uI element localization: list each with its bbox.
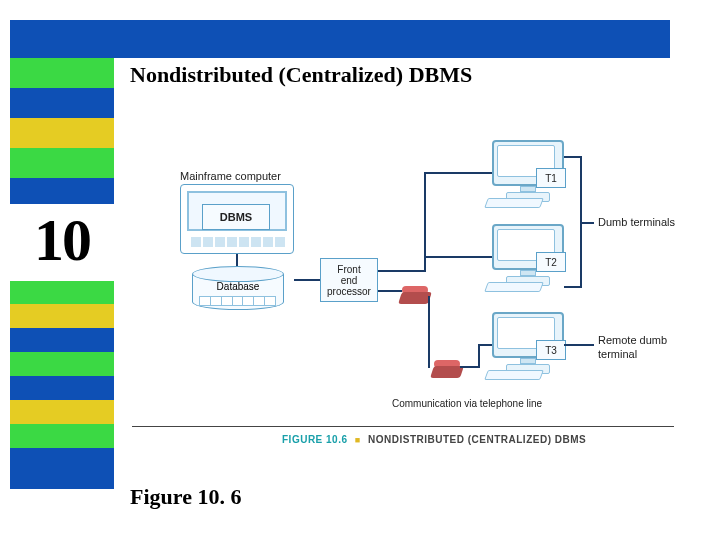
mainframe-vent	[191, 237, 285, 247]
stripe	[10, 376, 114, 400]
stripe	[10, 88, 114, 118]
wire	[564, 344, 594, 346]
stripe	[10, 118, 114, 148]
wire	[564, 286, 582, 288]
terminal-2-box: T2	[536, 252, 566, 272]
front-end-processor: Front end processor	[320, 258, 378, 302]
stripe	[10, 400, 114, 424]
fep-label: Front end processor	[327, 264, 371, 297]
stripe	[10, 304, 114, 328]
figure-label: Figure 10. 6	[130, 484, 241, 510]
wire	[424, 172, 492, 174]
caption-rule	[132, 426, 674, 427]
figure-caption: FIGURE 10.6 ■ NONDISTRIBUTED (CENTRALIZE…	[282, 434, 586, 445]
terminal-3-box: T3	[536, 340, 566, 360]
chapter-number: 10	[10, 204, 114, 281]
mainframe-label: Mainframe computer	[180, 170, 281, 182]
stripe	[10, 280, 114, 304]
wire	[294, 279, 320, 281]
wire	[378, 270, 426, 272]
stripe	[10, 352, 114, 376]
stripe	[10, 20, 114, 58]
telephone-icon	[400, 286, 430, 304]
database-icon: Database	[192, 266, 284, 314]
wire	[460, 366, 480, 368]
wire	[478, 344, 492, 346]
communication-label: Communication via telephone line	[392, 398, 542, 409]
wire	[564, 156, 582, 158]
telephone-icon	[432, 360, 462, 378]
figure-caption-number: FIGURE 10.6	[282, 434, 348, 445]
stripe	[10, 424, 114, 448]
dumb-terminals-label: Dumb terminals	[598, 216, 675, 228]
wire	[424, 256, 492, 258]
stripe	[10, 448, 114, 489]
slide-title: Nondistributed (Centralized) DBMS	[130, 62, 472, 88]
wire	[378, 290, 402, 292]
dbms-box: DBMS	[202, 204, 270, 230]
stripe	[10, 328, 114, 352]
wire	[428, 296, 430, 368]
remote-terminal-label-1: Remote dumb	[598, 334, 667, 346]
diagram-area: Mainframe computer DBMS Database Front e…	[128, 130, 684, 460]
stripe	[10, 58, 114, 88]
stripe	[10, 148, 114, 178]
square-bullet-icon: ■	[355, 435, 361, 445]
remote-terminal-label-2: terminal	[598, 348, 637, 360]
figure-caption-text: NONDISTRIBUTED (CENTRALIZED) DBMS	[368, 434, 586, 445]
database-label: Database	[192, 281, 284, 292]
slide-page: 10 Nondistributed (Centralized) DBMS Fig…	[0, 0, 720, 540]
wire	[478, 344, 480, 368]
terminal-1-box: T1	[536, 168, 566, 188]
wire	[580, 222, 594, 224]
